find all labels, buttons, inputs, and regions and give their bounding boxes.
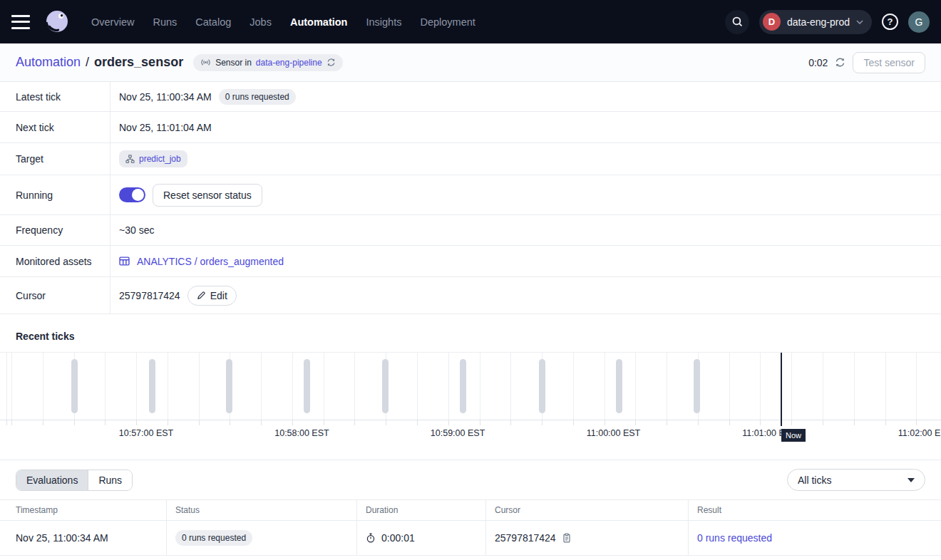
tick-bar[interactable] bbox=[304, 359, 310, 413]
latest-tick-label: Latest tick bbox=[0, 82, 110, 111]
column-header-duration: Duration bbox=[357, 500, 486, 520]
frequency-row: Frequency ~30 sec bbox=[0, 215, 941, 246]
column-header-timestamp: Timestamp bbox=[0, 500, 167, 520]
axis-tick-label: 10:58:00 EST bbox=[274, 428, 329, 438]
top-nav-bar: Overview Runs Catalog Jobs Automation In… bbox=[0, 0, 941, 43]
tick-filter-dropdown[interactable]: All ticks bbox=[787, 469, 925, 491]
tick-bar[interactable] bbox=[71, 359, 78, 413]
nav-item-overview[interactable]: Overview bbox=[91, 16, 134, 28]
edit-cursor-button[interactable]: Edit bbox=[187, 286, 237, 306]
next-tick-label: Next tick bbox=[0, 112, 110, 142]
copy-clipboard-icon[interactable] bbox=[562, 533, 572, 543]
nav-item-runs[interactable]: Runs bbox=[153, 16, 177, 28]
page-header: Automation / orders_sensor Sensor in dat… bbox=[0, 43, 941, 82]
nav-item-deployment[interactable]: Deployment bbox=[420, 16, 475, 28]
now-line bbox=[781, 353, 782, 426]
target-job-chip[interactable]: predict_job bbox=[119, 150, 187, 167]
tick-bar[interactable] bbox=[382, 359, 389, 413]
search-icon bbox=[731, 16, 744, 28]
sensor-broadcast-icon bbox=[200, 58, 211, 66]
tick-duration: 0:00:01 bbox=[381, 532, 415, 544]
column-header-status: Status bbox=[167, 500, 357, 520]
tick-timeline bbox=[0, 352, 941, 420]
job-icon bbox=[125, 155, 135, 164]
refresh-icon[interactable] bbox=[835, 57, 845, 68]
refresh-countdown: 0:02 bbox=[808, 57, 828, 68]
edit-button-label: Edit bbox=[210, 290, 227, 301]
now-badge: Now bbox=[781, 429, 806, 442]
axis-tick-label: 11:02:00 EST bbox=[898, 428, 941, 438]
nav-item-insights[interactable]: Insights bbox=[366, 16, 401, 28]
tick-result-link[interactable]: 0 runs requested bbox=[697, 532, 772, 544]
reload-repository-icon[interactable] bbox=[326, 58, 336, 67]
tick-filter-value: All ticks bbox=[798, 475, 831, 486]
tab-runs[interactable]: Runs bbox=[88, 470, 132, 490]
recent-ticks-heading: Recent ticks bbox=[0, 314, 941, 352]
running-toggle[interactable] bbox=[119, 187, 145, 202]
sensor-badge-text: Sensor in bbox=[215, 58, 252, 68]
code-location-link[interactable]: data-eng-pipeline bbox=[256, 58, 322, 68]
nav-item-jobs[interactable]: Jobs bbox=[250, 16, 272, 28]
cursor-label: Cursor bbox=[0, 277, 110, 313]
target-row: Target predict_job bbox=[0, 143, 941, 175]
workspace-switcher[interactable]: D data-eng-prod bbox=[759, 10, 872, 34]
axis-tick-label: 10:57:00 EST bbox=[119, 428, 173, 438]
cursor-row: Cursor 25797817424 Edit bbox=[0, 277, 941, 314]
tick-bar[interactable] bbox=[226, 359, 232, 413]
breadcrumb-automation-link[interactable]: Automation bbox=[16, 55, 81, 70]
tick-timestamp: Nov 25, 11:00:34 AM bbox=[16, 532, 108, 544]
tab-evaluations[interactable]: Evaluations bbox=[16, 470, 88, 490]
stopwatch-icon bbox=[366, 533, 376, 543]
target-job-name: predict_job bbox=[139, 154, 181, 164]
help-button[interactable]: ? bbox=[882, 14, 898, 30]
tick-bar[interactable] bbox=[539, 359, 545, 413]
timeline-axis-ticks bbox=[0, 420, 941, 425]
main-nav: Overview Runs Catalog Jobs Automation In… bbox=[91, 16, 475, 28]
table-header-row: Timestamp Status Duration Cursor Result bbox=[0, 499, 941, 521]
next-tick-row: Next tick Nov 25, 11:01:04 AM bbox=[0, 112, 941, 143]
sensor-type-badge: Sensor in data-eng-pipeline bbox=[193, 54, 342, 71]
running-row: Running Reset sensor status bbox=[0, 175, 941, 215]
reset-sensor-status-button[interactable]: Reset sensor status bbox=[153, 184, 262, 207]
user-avatar[interactable]: G bbox=[908, 11, 930, 33]
hamburger-menu-icon[interactable] bbox=[11, 15, 30, 29]
test-sensor-button[interactable]: Test sensor bbox=[853, 52, 925, 73]
nav-item-catalog[interactable]: Catalog bbox=[195, 16, 231, 28]
workspace-avatar: D bbox=[763, 13, 781, 31]
monitored-assets-label: Monitored assets bbox=[0, 246, 110, 276]
caret-down-icon bbox=[907, 478, 915, 482]
chevron-down-icon bbox=[856, 20, 863, 24]
question-mark-icon: ? bbox=[888, 16, 893, 27]
axis-tick-label: 10:59:00 EST bbox=[431, 428, 485, 438]
timeline-axis-labels: Now 10:57:00 EST10:58:00 EST10:59:00 EST… bbox=[0, 425, 941, 442]
workspace-name: data-eng-prod bbox=[787, 16, 850, 28]
tick-bar[interactable] bbox=[149, 359, 155, 413]
evaluations-table: Timestamp Status Duration Cursor Result … bbox=[0, 499, 941, 556]
tick-bar[interactable] bbox=[460, 359, 466, 413]
tick-bar[interactable] bbox=[694, 359, 700, 413]
cursor-value: 25797817424 bbox=[119, 290, 180, 301]
monitored-asset-link[interactable]: ANALYTICS / orders_augmented bbox=[137, 256, 284, 267]
column-header-cursor: Cursor bbox=[486, 500, 689, 520]
latest-tick-value: Nov 25, 11:00:34 AM bbox=[119, 91, 212, 103]
evaluations-runs-tabs: Evaluations Runs bbox=[16, 470, 133, 491]
nav-item-automation[interactable]: Automation bbox=[290, 16, 348, 28]
axis-tick-label: 11:00:00 EST bbox=[587, 428, 641, 438]
column-header-result: Result bbox=[689, 500, 941, 520]
recent-ticks-section: Recent ticks Now 10:57:00 EST10:58:00 ES… bbox=[0, 314, 941, 460]
tick-bar[interactable] bbox=[616, 359, 622, 413]
frequency-label: Frequency bbox=[0, 215, 110, 245]
table-row: Nov 25, 11:00:34 AM 0 runs requested 0:0… bbox=[0, 521, 941, 556]
next-tick-value: Nov 25, 11:01:04 AM bbox=[119, 122, 212, 133]
tick-status-badge: 0 runs requested bbox=[175, 530, 252, 546]
dagster-logo-icon[interactable] bbox=[41, 6, 73, 38]
frequency-value: ~30 sec bbox=[119, 224, 154, 236]
latest-tick-row: Latest tick Nov 25, 11:00:34 AM 0 runs r… bbox=[0, 82, 941, 112]
page-title: orders_sensor bbox=[94, 55, 183, 70]
tick-cursor-value: 25797817424 bbox=[495, 532, 556, 544]
target-label: Target bbox=[0, 143, 110, 175]
sensor-details: Latest tick Nov 25, 11:00:34 AM 0 runs r… bbox=[0, 82, 941, 314]
pencil-icon bbox=[197, 291, 206, 300]
latest-tick-status-badge: 0 runs requested bbox=[219, 89, 296, 105]
search-button[interactable] bbox=[725, 10, 749, 34]
